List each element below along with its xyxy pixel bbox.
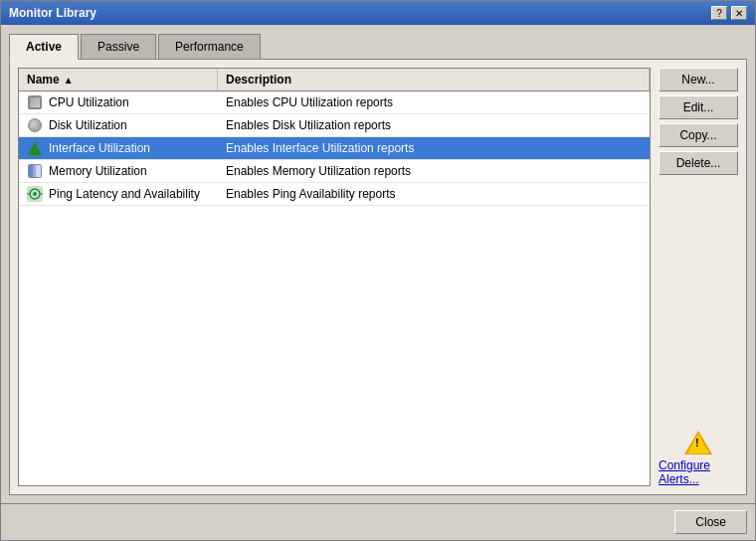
- table-row[interactable]: Ping Latency and Availability Enables Pi…: [19, 183, 650, 206]
- row-name-cpu: CPU Utilization: [19, 91, 218, 113]
- disk-icon: [27, 117, 43, 133]
- row-name-memory: Memory Utilization: [19, 160, 218, 182]
- edit-button[interactable]: Edit...: [659, 95, 738, 119]
- help-button[interactable]: ?: [711, 6, 727, 20]
- monitor-library-dialog: Monitor Library ? ✕ Active Passive Perfo…: [0, 0, 756, 541]
- warning-icon: !: [684, 431, 712, 454]
- title-bar: Monitor Library ? ✕: [1, 1, 755, 25]
- sort-arrow-icon: ▲: [64, 75, 74, 86]
- svg-point-2: [33, 192, 37, 196]
- row-name-disk: Disk Utilization: [19, 114, 218, 136]
- dialog-title: Monitor Library: [9, 6, 96, 20]
- memory-icon: [27, 163, 43, 179]
- ping-icon: [27, 186, 43, 202]
- tab-passive[interactable]: Passive: [81, 34, 156, 60]
- title-bar-buttons: ? ✕: [711, 6, 747, 20]
- tab-performance[interactable]: Performance: [158, 34, 261, 60]
- dialog-footer: Close: [1, 503, 755, 540]
- column-header-description: Description: [218, 69, 650, 90]
- table-row[interactable]: CPU Utilization Enables CPU Utilization …: [19, 91, 650, 114]
- cpu-icon: [27, 94, 43, 110]
- new-button[interactable]: New...: [659, 68, 738, 91]
- main-area: Name ▲ Description CPU Utilization: [9, 59, 747, 495]
- monitors-table: Name ▲ Description CPU Utilization: [18, 68, 651, 486]
- close-x-button[interactable]: ✕: [731, 6, 747, 20]
- close-button[interactable]: Close: [674, 510, 747, 534]
- tab-active[interactable]: Active: [9, 34, 79, 60]
- interface-icon: [27, 140, 43, 156]
- table-row[interactable]: Interface Utilization Enables Interface …: [19, 137, 650, 160]
- row-name-interface: Interface Utilization: [19, 137, 218, 159]
- configure-alerts-link[interactable]: Configure Alerts...: [659, 458, 738, 486]
- table-header: Name ▲ Description: [19, 69, 650, 91]
- table-row[interactable]: Disk Utilization Enables Disk Utilizatio…: [19, 114, 650, 137]
- table-row[interactable]: Memory Utilization Enables Memory Utiliz…: [19, 160, 650, 183]
- dialog-body: Active Passive Performance Name ▲ Descri…: [1, 25, 755, 503]
- configure-alerts-container[interactable]: ! Configure Alerts...: [659, 431, 738, 486]
- delete-button[interactable]: Delete...: [659, 151, 738, 175]
- copy-button[interactable]: Copy...: [659, 123, 738, 147]
- sidebar-buttons: New... Edit... Copy... Delete... ! Confi…: [659, 68, 738, 486]
- table-body: CPU Utilization Enables CPU Utilization …: [19, 91, 650, 485]
- row-name-ping: Ping Latency and Availability: [19, 183, 218, 205]
- tabs-container: Active Passive Performance: [9, 33, 747, 59]
- column-header-name: Name ▲: [19, 69, 218, 90]
